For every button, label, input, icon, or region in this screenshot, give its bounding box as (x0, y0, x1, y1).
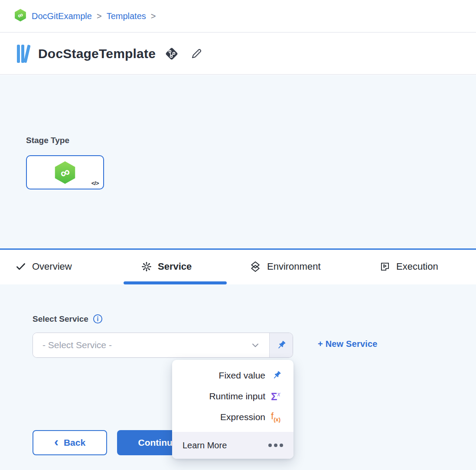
menu-item-runtime-input[interactable]: Runtime input Σx (172, 386, 293, 407)
git-diamond-icon (163, 46, 180, 62)
pin-icon (275, 339, 287, 351)
input-type-menu-items: Fixed value Runtime input (172, 360, 293, 432)
tab-label: Execution (396, 261, 438, 272)
fx-icon: f(x) (271, 411, 284, 422)
learn-more-row[interactable]: Learn More (172, 432, 293, 459)
tab-execution[interactable]: Execution (379, 250, 438, 283)
pencil-icon[interactable] (189, 47, 203, 61)
menu-item-label: Expression (220, 412, 265, 422)
tab-environment[interactable]: Environment (249, 250, 321, 283)
page-header: DocStageTemplate (0, 33, 476, 75)
menu-item-label: Fixed value (219, 370, 265, 381)
gear-icon (141, 261, 152, 272)
harness-ci-hexagon-icon: ∞ (53, 161, 77, 184)
play-board-icon (379, 261, 391, 272)
menu-item-label: Runtime input (209, 391, 265, 401)
active-tab-underline (124, 281, 227, 284)
tab-label: Overview (32, 261, 72, 272)
tab-service[interactable]: Service (141, 250, 192, 283)
tab-label: Environment (267, 261, 321, 272)
stage-template-page: ∞ DocGitExample > Templates > DocStageTe… (0, 0, 476, 470)
breadcrumb: ∞ DocGitExample > Templates > (0, 0, 476, 33)
tab-label: Service (158, 261, 192, 272)
multi-type-pin-button[interactable] (269, 333, 293, 357)
tab-overview[interactable]: Overview (15, 250, 72, 283)
check-icon (15, 261, 26, 272)
breadcrumb-separator: > (97, 11, 102, 21)
ellipsis-icon (268, 444, 283, 447)
stage-type-card-ci[interactable]: ∞ </> (26, 155, 104, 189)
stage-type-label: Stage Type (26, 136, 69, 145)
learn-more-label: Learn More (183, 441, 227, 450)
select-placeholder: - Select Service - (42, 340, 112, 350)
template-library-icon (16, 43, 30, 64)
breadcrumb-link-templates[interactable]: Templates (107, 11, 146, 21)
page-title: DocStageTemplate (38, 46, 156, 61)
pin-icon (271, 370, 284, 381)
menu-item-expression[interactable]: Expression f(x) (172, 407, 293, 428)
info-icon[interactable] (93, 314, 103, 324)
stage-type-section: Stage Type ∞ </> (0, 75, 476, 248)
select-service-label: Select Service (33, 314, 88, 324)
service-select-dropdown[interactable]: - Select Service - (33, 333, 269, 357)
stage-tab-bar: Overview Service (0, 248, 476, 284)
sigma-x-icon: Σx (271, 391, 284, 402)
harness-ci-hexagon-icon: ∞ (14, 9, 27, 23)
layers-icon (249, 261, 261, 273)
service-tab-panel: Select Service - Select Service - (0, 284, 476, 470)
input-type-menu: Fixed value Runtime input (172, 360, 293, 459)
menu-item-fixed-value[interactable]: Fixed value (172, 365, 293, 386)
continue-button-label: Continue (138, 437, 178, 448)
back-button[interactable]: ‹ Back (33, 430, 107, 455)
chevron-down-icon (250, 340, 261, 350)
back-button-label: Back (64, 437, 85, 448)
breadcrumb-separator: > (151, 11, 156, 21)
select-service-label-row: Select Service (33, 314, 103, 324)
code-icon: </> (91, 180, 99, 186)
service-select-control: - Select Service - (33, 333, 293, 358)
new-service-button[interactable]: + New Service (318, 339, 378, 349)
breadcrumb-link-project[interactable]: DocGitExample (32, 11, 92, 21)
